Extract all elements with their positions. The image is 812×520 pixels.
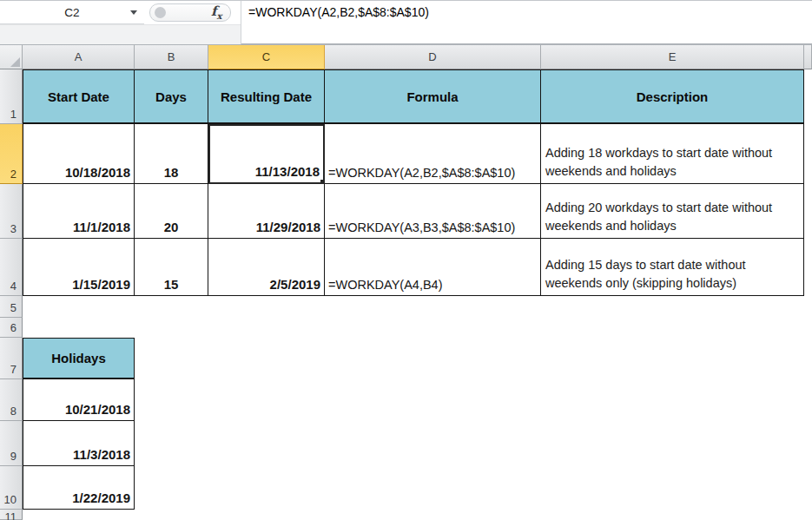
cell-e3[interactable]: Adding 20 workdays to start date without… [541,184,804,239]
column-header-f-sliver[interactable] [804,45,812,69]
row-header-3[interactable]: 3 [0,184,23,239]
column-header-d[interactable]: D [325,45,541,69]
cell-e4[interactable]: Adding 15 days to start date without wee… [541,239,804,296]
cell-e2[interactable]: Adding 18 workdays to start date without… [541,124,804,184]
row-header-7[interactable]: 7 [0,338,23,379]
cell-e1[interactable]: Description [541,69,804,124]
cell-d3[interactable]: =WORKDAY(A3,B3,$A$8:$A$10) [325,184,541,239]
row-header-9[interactable]: 9 [0,421,23,466]
cell-a2[interactable]: 10/18/2018 [23,124,135,184]
cell-b4[interactable]: 15 [135,239,208,296]
cell-d2[interactable]: =WORKDAY(A2,B2,$A$8:$A$10) [325,124,541,184]
cell-a10[interactable]: 1/22/2019 [23,466,135,510]
select-all-button[interactable] [0,45,23,69]
cell-c1[interactable]: Resulting Date [208,69,325,124]
cell-a1[interactable]: Start Date [23,69,135,124]
row-header-4[interactable]: 4 [0,239,23,296]
column-header-c[interactable]: C [208,45,325,69]
fx-x: x [216,11,221,21]
cell-d1[interactable]: Formula [325,69,541,124]
name-box-strip [0,24,241,44]
cell-a7-holidays-header[interactable]: Holidays [23,338,135,379]
row-header-8[interactable]: 8 [0,379,23,421]
cell-a8[interactable]: 10/21/2018 [23,379,135,421]
formula-bar-divider [241,1,241,44]
row-header-10[interactable]: 10 [0,466,23,510]
cell-b2[interactable]: 18 [135,124,208,184]
cell-c4[interactable]: 2/5/2019 [208,239,325,296]
cell-e4-text: Adding 15 days to start date without wee… [545,256,798,293]
cell-b3[interactable]: 20 [135,184,208,239]
formula-input[interactable]: =WORKDAY(A2,B2,$A$8:$A$10) [248,5,429,19]
cell-a4[interactable]: 1/15/2019 [23,239,135,296]
row-header-11[interactable]: 11 [0,510,23,520]
row-header-5[interactable]: 5 [0,296,23,318]
cell-a9[interactable]: 11/3/2018 [23,421,135,466]
circle-icon [155,7,166,18]
column-header-a[interactable]: A [23,45,135,69]
row-header-1[interactable]: 1 [0,69,23,124]
formula-bar: C2 fx =WORKDAY(A2,B2,$A$8:$A$10) [0,0,812,45]
cell-b1[interactable]: Days [135,69,208,124]
cell-e3-text: Adding 20 workdays to start date without… [545,199,798,235]
cell-e2-text: Adding 18 workdays to start date without… [545,144,798,181]
cell-c2-selected[interactable]: 11/13/2018 [208,124,325,184]
cell-d4[interactable]: =WORKDAY(A4,B4) [325,239,541,296]
row-header-6[interactable]: 6 [0,318,23,338]
column-header-e[interactable]: E [541,45,804,69]
insert-function-icon[interactable]: fx [211,3,221,21]
cell-c3[interactable]: 11/29/2018 [208,184,325,239]
name-box-dropdown-icon[interactable] [130,10,137,15]
worksheet-grid: A B C D E 1 2 3 4 5 6 7 8 9 10 11 Start … [0,45,812,520]
name-box[interactable]: C2 [0,1,144,24]
cell-a3[interactable]: 11/1/2018 [23,184,135,239]
select-all-triangle-icon [10,57,20,67]
name-box-value: C2 [64,6,79,19]
row-header-2[interactable]: 2 [0,124,23,184]
spreadsheet-app: C2 fx =WORKDAY(A2,B2,$A$8:$A$10) A B C D… [0,0,812,520]
column-header-b[interactable]: B [135,45,208,69]
